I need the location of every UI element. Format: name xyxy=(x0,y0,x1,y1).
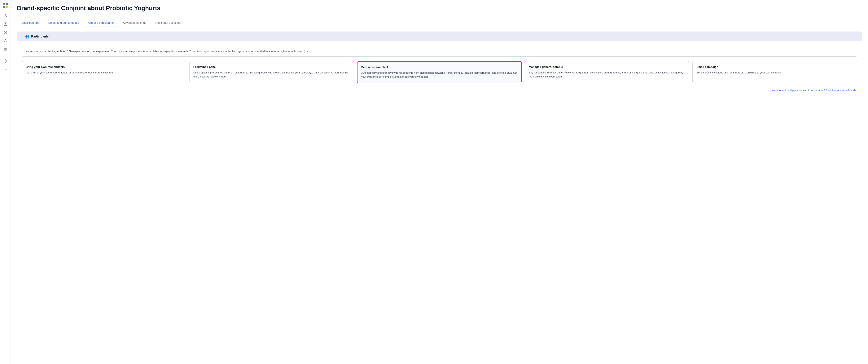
card-managed-general[interactable]: Managed general sample Buy responses fro… xyxy=(525,61,689,83)
survey-nav-icon[interactable] xyxy=(2,21,9,28)
sidebar-divider xyxy=(2,55,8,55)
card-managed-desc: Buy responses from our panel networks. T… xyxy=(529,71,685,79)
tab-basic-settings[interactable]: Basic settings xyxy=(17,19,44,27)
page-title: Brand-specific Conjoint about Probiotic … xyxy=(17,5,862,15)
svg-rect-1 xyxy=(6,3,8,5)
svg-point-4 xyxy=(5,14,6,16)
info-suffix: for your experiment. This minimum sample… xyxy=(86,50,303,53)
tab-choose-participants[interactable]: Choose participants xyxy=(84,19,118,27)
card-predefined-desc: Use a specific pre-defined panel of resp… xyxy=(193,71,350,79)
section-header: ⌃ 👥 Participants xyxy=(17,32,862,41)
card-bring-own-desc: Use a list of your customers or leads, o… xyxy=(26,71,182,75)
info-highlight: at least 100 responses xyxy=(57,50,86,53)
list-nav-icon[interactable] xyxy=(2,46,9,53)
main-content: Brand-specific Conjoint about Probiotic … xyxy=(11,0,868,364)
info-help-icon[interactable]: ? xyxy=(304,50,308,53)
card-bring-own-respondents[interactable]: Bring your own respondents Use a list of… xyxy=(22,61,186,83)
sidebar xyxy=(0,0,11,364)
section-title: Participants xyxy=(31,35,49,38)
card-managed-title: Managed general sample xyxy=(529,65,685,68)
tab-advanced-settings[interactable]: Advanced settings xyxy=(118,19,151,27)
experiment-nav-icon[interactable] xyxy=(2,37,9,44)
expand-nav-icon[interactable] xyxy=(2,66,9,73)
user-nav-icon[interactable] xyxy=(2,12,9,19)
card-email-campaign[interactable]: Email campaign Send survey invitations a… xyxy=(692,61,857,83)
svg-rect-2 xyxy=(3,6,5,8)
cards-grid: Bring your own respondents Use a list of… xyxy=(22,61,857,83)
card-predefined-title: Predefined panel xyxy=(193,65,350,68)
card-self-serve-desc: Automatically and urgently invite respon… xyxy=(361,71,518,79)
participants-icon: 👥 xyxy=(25,34,29,39)
tab-additional-questions[interactable]: Additional questions xyxy=(151,19,186,27)
card-email-desc: Send survey invitations and reminders vi… xyxy=(696,71,853,75)
help-nav-icon[interactable] xyxy=(2,58,9,64)
advanced-mode-link[interactable]: Want to add multiple sources of particip… xyxy=(772,89,857,92)
chevron-up-icon[interactable]: ⌃ xyxy=(21,35,23,38)
svg-rect-3 xyxy=(6,6,8,8)
card-email-title: Email campaign xyxy=(696,65,853,68)
info-box: We recommend collecting at least 100 res… xyxy=(22,46,857,57)
participants-section: ⌃ 👥 Participants We recommend collecting… xyxy=(17,32,862,97)
card-predefined-panel[interactable]: Predefined panel Use a specific pre-defi… xyxy=(189,61,354,83)
card-self-serve-title: Self-serve sample A xyxy=(361,65,518,69)
app-logo xyxy=(2,2,8,9)
tabs-nav: Basic settings Select and edit template … xyxy=(17,19,862,27)
tab-select-edit-template[interactable]: Select and edit template xyxy=(44,19,84,27)
add-nav-icon[interactable] xyxy=(2,29,9,36)
card-bring-own-title: Bring your own respondents xyxy=(26,65,182,68)
card-self-serve-sample[interactable]: Self-serve sample A Automatically and ur… xyxy=(357,61,522,83)
info-prefix: We recommend collecting xyxy=(26,50,57,53)
section-body: We recommend collecting at least 100 res… xyxy=(17,41,862,97)
footer-link-container: Want to add multiple sources of particip… xyxy=(22,87,857,92)
svg-rect-0 xyxy=(3,3,5,5)
